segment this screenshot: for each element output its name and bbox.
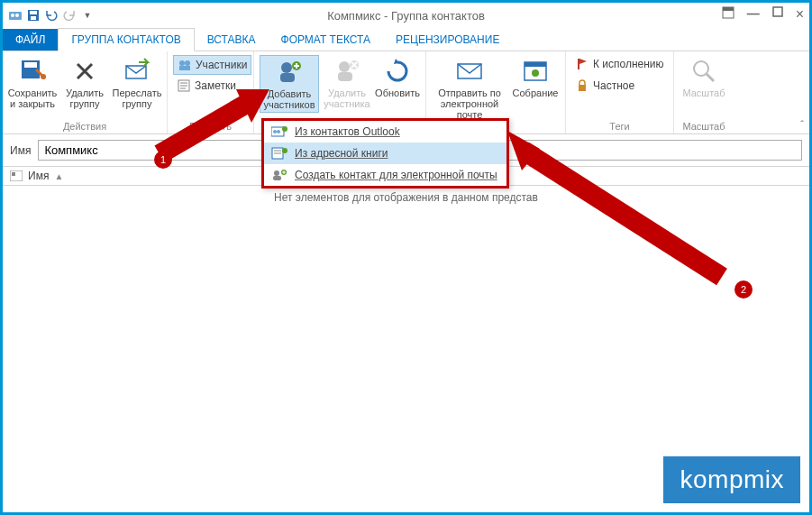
svg-rect-30 xyxy=(525,62,546,67)
tab-insert[interactable]: ВСТАВКА xyxy=(195,29,269,51)
group-tags: К исполнению Частное Теги xyxy=(566,51,674,133)
svg-point-40 xyxy=(277,130,280,133)
save-close-button[interactable]: Сохранить и закрыть xyxy=(8,55,57,111)
update-now-button[interactable]: Обновить xyxy=(375,55,420,100)
svg-rect-17 xyxy=(179,66,190,70)
qat-dropdown-icon[interactable]: ▼ xyxy=(80,8,95,23)
collapse-ribbon-icon[interactable]: ˆ xyxy=(800,119,804,130)
delete-icon xyxy=(70,57,99,86)
minimize-icon[interactable]: — xyxy=(747,6,760,23)
svg-point-34 xyxy=(694,61,708,76)
dropdown-from-outlook[interactable]: Из контактов Outlook xyxy=(264,121,506,143)
svg-point-41 xyxy=(282,126,287,132)
svg-rect-47 xyxy=(273,176,281,180)
svg-rect-23 xyxy=(280,73,295,82)
tab-format-text[interactable]: ФОРМАТ ТЕКСТА xyxy=(269,29,383,51)
svg-rect-37 xyxy=(12,172,15,176)
zoom-button: Масштаб xyxy=(680,55,728,100)
name-label: Имя xyxy=(10,144,31,157)
tab-contact-group[interactable]: ГРУППА КОНТАКТОВ xyxy=(58,28,194,51)
watermark: kompmix xyxy=(663,456,800,503)
svg-point-45 xyxy=(282,148,287,153)
svg-rect-10 xyxy=(773,7,782,16)
svg-point-3 xyxy=(11,14,14,17)
dropdown-from-addressbook[interactable]: Из адресной книги xyxy=(264,143,506,164)
quick-access-toolbar: ▼ xyxy=(3,8,95,23)
meeting-icon xyxy=(521,57,550,86)
svg-point-31 xyxy=(532,69,539,77)
group-zoom: Масштаб Масштаб xyxy=(674,51,734,133)
refresh-icon xyxy=(383,57,412,86)
email-icon xyxy=(455,57,484,86)
svg-point-46 xyxy=(274,170,279,176)
annotation-arrow-2 xyxy=(486,124,747,295)
remove-member-icon xyxy=(333,57,361,86)
private-button[interactable]: Частное xyxy=(571,77,638,95)
svg-rect-12 xyxy=(24,62,37,68)
svg-rect-33 xyxy=(579,85,586,91)
svg-point-15 xyxy=(179,60,185,66)
new-contact-icon xyxy=(271,169,287,181)
ribbon-display-icon[interactable] xyxy=(722,6,734,23)
group-actions: Сохранить и закрыть Удалить группу Перес… xyxy=(3,51,168,133)
svg-line-35 xyxy=(707,74,714,81)
dropdown-new-email-contact[interactable]: Создать контакт для электронной почты xyxy=(264,164,506,186)
svg-rect-32 xyxy=(578,59,579,69)
forward-icon xyxy=(123,57,151,86)
remove-member-button: Удалить участника xyxy=(323,55,371,111)
maximize-icon[interactable] xyxy=(772,6,783,23)
window-title: Компмикс - Группа контактов xyxy=(3,9,809,23)
svg-point-16 xyxy=(185,60,190,66)
contact-group-icon xyxy=(8,8,23,23)
redo-icon[interactable] xyxy=(62,8,77,23)
svg-point-25 xyxy=(339,61,350,72)
email-button[interactable]: Отправить по электронной почте xyxy=(432,55,507,122)
svg-point-22 xyxy=(281,62,292,73)
annotation-badge-1: 1 xyxy=(154,151,172,169)
card-icon xyxy=(10,170,23,181)
flag-icon xyxy=(575,57,589,71)
save-icon[interactable] xyxy=(26,8,41,23)
add-member-icon xyxy=(275,58,304,87)
members-button[interactable]: Участники xyxy=(173,55,251,75)
close-icon[interactable]: × xyxy=(796,6,804,23)
svg-rect-26 xyxy=(338,72,352,81)
svg-rect-6 xyxy=(30,11,37,14)
followup-button[interactable]: К исполнению xyxy=(571,55,668,73)
add-members-dropdown: Из контактов Outlook Из адресной книги С… xyxy=(261,118,509,189)
svg-rect-7 xyxy=(31,16,36,20)
members-icon xyxy=(178,58,192,72)
sort-asc-icon[interactable]: ▲ xyxy=(54,171,63,181)
annotation-arrow-1 xyxy=(151,82,277,163)
svg-point-4 xyxy=(15,14,19,17)
annotation-badge-2: 2 xyxy=(734,280,753,299)
svg-rect-9 xyxy=(723,7,734,11)
list-header-name: Имя xyxy=(28,170,49,182)
meeting-button[interactable]: Собрание xyxy=(511,55,560,100)
lock-icon xyxy=(575,78,589,93)
tab-file[interactable]: ФАЙЛ xyxy=(3,29,58,51)
zoom-icon xyxy=(689,57,718,86)
delete-group-button[interactable]: Удалить группу xyxy=(60,55,109,111)
svg-point-13 xyxy=(41,74,46,79)
save-close-icon xyxy=(18,57,47,86)
group-actions-label: Действия xyxy=(8,119,161,132)
ribbon-tabs: ФАЙЛ ГРУППА КОНТАКТОВ ВСТАВКА ФОРМАТ ТЕК… xyxy=(3,28,809,51)
undo-icon[interactable] xyxy=(44,8,59,23)
title-bar: ▼ Компмикс - Группа контактов — × xyxy=(3,3,809,28)
tab-review[interactable]: РЕЦЕНЗИРОВАНИЕ xyxy=(383,29,512,51)
